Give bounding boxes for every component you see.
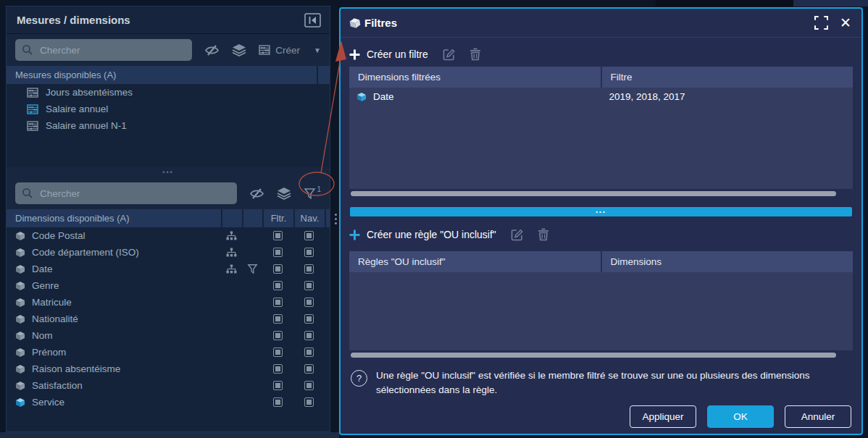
filter-checkbox[interactable] bbox=[273, 331, 283, 340]
filter-checkbox[interactable] bbox=[273, 364, 283, 374]
filter-checkbox[interactable] bbox=[273, 281, 283, 290]
dimension-row[interactable]: Raison absentéisme bbox=[7, 361, 330, 377]
hide-items-icon[interactable] bbox=[249, 188, 264, 200]
dimensions-search-input[interactable] bbox=[15, 182, 237, 204]
filter-checkbox[interactable] bbox=[273, 298, 283, 307]
dimension-label: Code Postal bbox=[32, 230, 85, 241]
filters-table-body: Date 2019, 2018, 2017 bbox=[349, 88, 853, 189]
close-icon[interactable]: ✕ bbox=[840, 16, 851, 30]
background-bottom-strip bbox=[0, 432, 339, 438]
dimensions-header-label: Dimensions disponibles (A) bbox=[7, 213, 221, 224]
dimension-row[interactable]: Prénom bbox=[7, 344, 330, 361]
nav-checkbox[interactable] bbox=[304, 248, 314, 257]
filter-checkbox[interactable] bbox=[273, 264, 283, 274]
dimension-label: Service bbox=[32, 397, 64, 408]
create-filter-button[interactable]: Créer un filtre bbox=[349, 49, 428, 60]
dimension-label: Date bbox=[32, 264, 53, 274]
layers-icon[interactable] bbox=[277, 187, 291, 200]
collapse-panel-icon[interactable] bbox=[304, 12, 321, 28]
measures-search bbox=[15, 39, 192, 61]
filters-action-row: Créer un filtre bbox=[349, 42, 853, 67]
dimension-row[interactable]: Code département (ISO) bbox=[7, 244, 330, 261]
filters-table: Dimensions filtrées Filtre Date 2019, 20… bbox=[349, 67, 853, 198]
panel-splitter-handle[interactable]: ••• bbox=[7, 167, 330, 177]
filter-value: 2019, 2018, 2017 bbox=[601, 91, 854, 102]
maximize-icon[interactable] bbox=[814, 16, 828, 30]
layers-icon[interactable] bbox=[232, 43, 246, 56]
filters-table-header: Dimensions filtrées Filtre bbox=[349, 67, 853, 88]
measures-search-input[interactable] bbox=[15, 39, 192, 61]
measures-list-header: Mesures disponibles (A) bbox=[7, 66, 330, 84]
nav-checkbox[interactable] bbox=[304, 331, 314, 340]
nav-checkbox[interactable] bbox=[304, 298, 314, 307]
search-icon bbox=[22, 44, 33, 59]
filtered-dimension-name: Date bbox=[373, 91, 394, 102]
filter-checkbox[interactable] bbox=[273, 381, 283, 390]
dimension-row[interactable]: Nationalité bbox=[7, 311, 330, 327]
filters-hscrollbar bbox=[349, 189, 853, 198]
filter-checkbox[interactable] bbox=[273, 231, 283, 240]
scrollbar-thumb[interactable] bbox=[351, 191, 836, 196]
dimension-row[interactable]: Service bbox=[7, 394, 330, 410]
dimension-row[interactable]: Nom bbox=[7, 327, 330, 344]
measures-toolbar: Créer ▼ bbox=[7, 34, 330, 66]
rules-table: Règles "OU inclusif" Dimensions bbox=[349, 251, 853, 359]
dimension-cube-icon bbox=[15, 248, 25, 258]
active-filters-button[interactable]: 1 bbox=[304, 188, 321, 200]
rules-action-row: Créer une règle "OU inclusif" bbox=[349, 222, 853, 247]
delete-rule-icon[interactable] bbox=[538, 228, 549, 241]
filters-col-dimensions: Dimensions filtrées bbox=[349, 67, 602, 88]
edit-rule-icon[interactable] bbox=[510, 228, 524, 242]
dialog-body: Créer un filtre Dimensions filtrées Filt… bbox=[341, 38, 861, 437]
filter-checkbox[interactable] bbox=[273, 397, 283, 407]
dimension-row[interactable]: Genre bbox=[7, 277, 330, 294]
measure-abacus-icon bbox=[27, 121, 38, 131]
apply-button[interactable]: Appliquer bbox=[630, 405, 696, 428]
cancel-button[interactable]: Annuler bbox=[785, 405, 851, 428]
delete-filter-icon[interactable] bbox=[470, 48, 481, 61]
filter-checkbox[interactable] bbox=[273, 314, 283, 324]
nav-checkbox[interactable] bbox=[304, 397, 314, 407]
filter-checkbox[interactable] bbox=[273, 348, 283, 357]
edit-filter-icon[interactable] bbox=[442, 48, 456, 62]
filter-checkbox[interactable] bbox=[273, 248, 283, 257]
create-measure-button[interactable]: Créer bbox=[259, 45, 300, 56]
nav-checkbox[interactable] bbox=[304, 281, 314, 290]
nav-checkbox[interactable] bbox=[304, 348, 314, 357]
dimension-cube-icon bbox=[15, 314, 25, 324]
measure-item[interactable]: Salaire annuel N-1 bbox=[7, 117, 330, 134]
vertical-resize-handle[interactable] bbox=[333, 209, 338, 229]
hide-items-icon[interactable] bbox=[204, 44, 220, 56]
nav-checkbox[interactable] bbox=[304, 264, 314, 274]
splitter-dots: ••• bbox=[596, 209, 606, 215]
panel-header: Mesures / dimensions bbox=[7, 7, 330, 34]
nav-checkbox[interactable] bbox=[304, 364, 314, 374]
filters-col-filter: Filtre bbox=[602, 67, 854, 88]
rules-col-dimensions: Dimensions bbox=[602, 251, 854, 272]
dimension-row[interactable]: Code Postal bbox=[7, 227, 330, 244]
dimension-row[interactable]: Date bbox=[7, 261, 330, 277]
create-filter-label: Créer un filtre bbox=[367, 49, 428, 60]
help-text: Une règle "OU inclusif" est vérifiée si … bbox=[376, 368, 851, 398]
nav-checkbox[interactable] bbox=[304, 381, 314, 390]
dimension-row[interactable]: Satisfaction bbox=[7, 377, 330, 394]
create-rule-button[interactable]: Créer une règle "OU inclusif" bbox=[349, 229, 496, 240]
dimension-cube-icon bbox=[15, 264, 25, 274]
nav-checkbox[interactable] bbox=[304, 231, 314, 240]
measures-empty-space bbox=[7, 134, 330, 167]
dimensions-list-header: Dimensions disponibles (A) Fltr. Nav. bbox=[7, 209, 330, 227]
create-dropdown-caret-icon[interactable]: ▼ bbox=[314, 46, 321, 54]
dialog-cube-icon bbox=[349, 16, 362, 30]
scrollbar-thumb[interactable] bbox=[351, 353, 836, 358]
filter-column-header: Fltr. bbox=[262, 209, 293, 227]
measure-item[interactable]: Salaire annuel bbox=[7, 101, 330, 117]
dialog-splitter-handle[interactable]: ••• bbox=[350, 207, 852, 216]
measure-item[interactable]: Jours absentéismes bbox=[7, 84, 330, 101]
dimension-row[interactable]: Matricule bbox=[7, 294, 330, 311]
measures-dimensions-panel: Mesures / dimensions Créer ▼ Mesures dis… bbox=[6, 6, 330, 432]
filter-table-row[interactable]: Date 2019, 2018, 2017 bbox=[349, 88, 853, 106]
nav-checkbox[interactable] bbox=[304, 314, 314, 324]
dimension-cube-icon bbox=[15, 381, 25, 391]
dimension-cube-icon bbox=[15, 281, 25, 291]
ok-button[interactable]: OK bbox=[707, 405, 774, 428]
